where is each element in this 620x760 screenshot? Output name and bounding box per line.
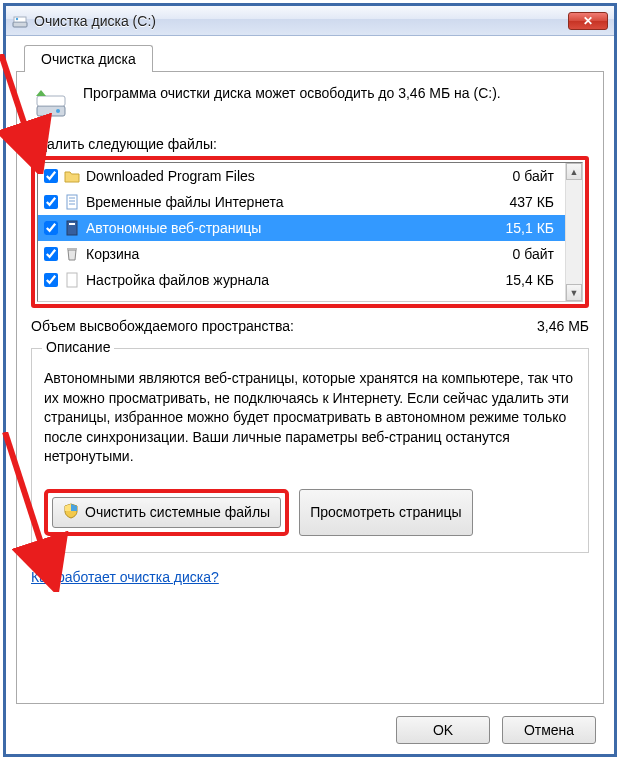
file-size: 0 байт [478,246,558,262]
description-group: Описание Автономными являются веб-страни… [31,348,589,553]
file-name: Временные файлы Интернета [86,194,478,210]
close-button[interactable]: ✕ [568,12,608,30]
svg-rect-8 [67,195,77,209]
titlebar: Очистка диска (C:) ✕ [6,6,614,36]
page-blank-icon [64,272,80,288]
file-size: 437 КБ [478,194,558,210]
svg-point-2 [16,17,18,19]
file-checkbox[interactable] [44,169,58,183]
file-list[interactable]: Downloaded Program Files0 байтВременные … [37,162,583,302]
file-checkbox[interactable] [44,221,58,235]
svg-rect-5 [37,106,65,116]
file-name: Корзина [86,246,478,262]
info-text: Программа очистки диска может освободить… [83,84,501,103]
list-item[interactable]: Автономные веб-страницы15,1 КБ [38,215,582,241]
scroll-up-icon[interactable]: ▲ [566,163,582,180]
highlight-file-list: Downloaded Program Files0 байтВременные … [31,156,589,308]
bin-icon [64,246,80,262]
page-dark-icon [64,220,80,236]
tab-disk-cleanup[interactable]: Очистка диска [24,45,153,72]
svg-rect-1 [14,17,26,22]
file-size: 15,1 КБ [478,220,558,236]
file-name: Настройка файлов журнала [86,272,478,288]
svg-rect-14 [67,248,77,250]
description-text: Автономными являются веб-страницы, котор… [44,369,576,467]
cancel-button[interactable]: Отмена [502,716,596,744]
view-page-button[interactable]: Просмотреть страницы [299,489,472,536]
file-checkbox[interactable] [44,273,58,287]
window-title: Очистка диска (C:) [34,13,568,29]
svg-rect-13 [69,223,75,225]
folder-icon [64,168,80,184]
list-item[interactable]: Корзина0 байт [38,241,582,267]
total-space-label: Объем высвобождаемого пространства: [31,318,499,334]
list-item[interactable]: Временные файлы Интернета437 КБ [38,189,582,215]
view-page-label: Просмотреть страницы [310,504,461,520]
help-link[interactable]: Как работает очистка диска? [31,569,589,585]
clean-system-label: Очистить системные файлы [85,504,270,520]
svg-rect-0 [13,22,27,27]
description-legend: Описание [42,339,114,355]
cleanup-icon [31,84,71,124]
svg-rect-15 [67,273,77,287]
shield-icon [63,503,79,522]
ok-button[interactable]: OK [396,716,490,744]
file-checkbox[interactable] [44,195,58,209]
total-space-value: 3,46 МБ [499,318,589,334]
file-checkbox[interactable] [44,247,58,261]
list-item[interactable]: Настройка файлов журнала15,4 КБ [38,267,582,293]
svg-point-7 [56,109,60,113]
file-name: Автономные веб-страницы [86,220,478,236]
delete-files-label: Удалить следующие файлы: [31,136,589,152]
scrollbar[interactable]: ▲ ▼ [565,163,582,301]
file-size: 0 байт [478,168,558,184]
list-item[interactable]: Downloaded Program Files0 байт [38,163,582,189]
svg-rect-6 [37,96,65,106]
highlight-clean-system: Очистить системные файлы [44,489,289,536]
clean-system-button[interactable]: Очистить системные файлы [52,497,281,528]
close-icon: ✕ [583,14,593,28]
file-size: 15,4 КБ [478,272,558,288]
scroll-down-icon[interactable]: ▼ [566,284,582,301]
file-name: Downloaded Program Files [86,168,478,184]
cleanup-title-icon [12,13,28,29]
page-icon [64,194,80,210]
